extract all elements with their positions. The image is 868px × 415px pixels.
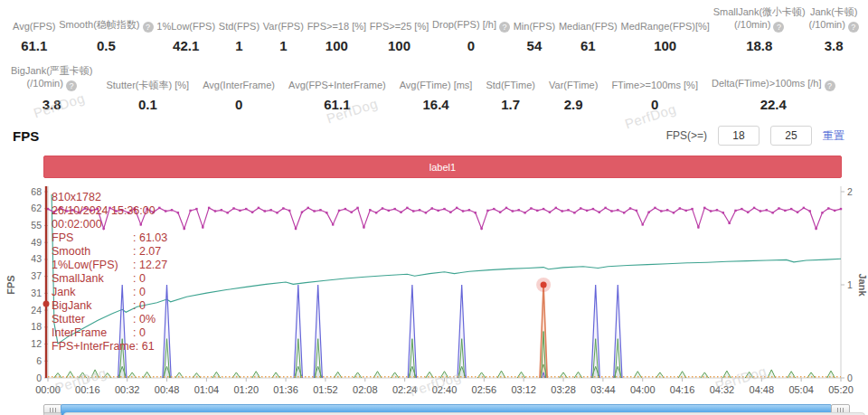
x-axis-tick-label: 04:48 [750,384,775,395]
fps-marker [728,222,730,224]
fps-marker [827,207,829,209]
stat-value: 100 [370,38,429,53]
fps-marker [475,212,476,213]
stat-label: BigJank(严重卡顿)(/10min)? [11,64,92,91]
fps-marker [356,207,358,209]
fps-marker [722,212,724,213]
stat-item: Drop(FPS) [/h]?0 [432,5,510,53]
left-axis-tick-label: 37 [31,270,42,281]
fps-marker [747,212,749,213]
fps-chart-area: label1 061218243137434955626801200:0000:… [0,148,868,404]
fps-marker [134,207,136,209]
help-icon[interactable]: ? [848,22,859,33]
jank-spike [118,285,127,378]
stat-label: FPS>=18 [%] [307,5,366,33]
x-axis-tick-label: 00:00 [35,384,61,395]
fps-marker [326,212,327,213]
fps-marker [189,210,191,212]
jank-spike [614,285,622,378]
x-axis-tick-label: 03:12 [511,384,536,395]
x-axis-tick-label: 01:20 [233,384,259,395]
stat-label: Avg(FPS) [13,5,55,33]
fps-marker [301,212,303,213]
fps-marker [654,207,656,209]
help-icon[interactable]: ? [773,22,784,33]
fps-marker [177,212,179,213]
fps-marker [245,208,247,210]
fps-marker [363,226,364,228]
fps-marker [555,207,557,209]
stat-value: 61 [559,38,618,53]
fps-marker [152,212,154,213]
x-axis-tick-label: 05:20 [828,384,854,395]
fps-marker [524,212,525,213]
fps-marker [753,207,755,209]
stat-label: Median(FPS) [559,5,618,33]
fps-marker [115,210,117,212]
right-axis-tick-label: 0 [847,373,853,383]
fps-marker [536,210,538,212]
fps-marker [282,207,284,209]
fps-marker [586,210,588,212]
x-axis-tick-label: 04:00 [630,384,656,395]
x-axis-tick-label: 01:04 [194,384,220,395]
stat-label: 1%Low(FPS) [156,5,215,33]
fps-marker [617,209,618,211]
fps-marker [158,207,160,209]
left-axis-tick-label: 62 [31,203,42,213]
fps-marker [251,212,253,213]
help-icon[interactable]: ? [499,22,510,33]
fps-marker [382,207,383,209]
left-axis-tick-label: 68 [31,186,42,197]
fps-marker [338,210,340,212]
selected-point-dot [541,282,547,288]
stat-label: Smooth(稳帧指数)? [59,5,153,33]
fps-marker [60,207,61,209]
help-icon[interactable]: ? [66,80,77,91]
fps-marker [258,207,259,209]
fps-marker [71,209,73,211]
x-axis-tick-label: 03:44 [590,384,616,395]
fps-marker [660,210,662,212]
fps-marker [673,212,675,213]
fps-marker [642,223,644,225]
stat-value: 22.4 [712,97,835,112]
stat-item: Smooth(稳帧指数)?0.5 [59,5,153,53]
fps-marker [221,209,222,211]
stat-item: FPS>=18 [%]100 [307,5,366,53]
fps-marker [449,212,451,213]
fps-marker [97,208,99,210]
x-axis-tick-label: 04:16 [670,384,695,395]
stat-value: 0 [611,97,698,112]
fps-threshold-input-1[interactable] [718,126,760,146]
x-axis-tick-label: 02:24 [392,384,418,395]
fps-marker [840,208,842,210]
stat-value: 0 [432,38,510,53]
stat-value: 3.8 [11,97,92,112]
fps-chart[interactable]: 061218243137434955626801200:0000:1600:32… [0,148,868,404]
left-axis-title: FPS [5,275,16,294]
stats-row-1: Avg(FPS)61.1Smooth(稳帧指数)?0.51%Low(FPS)42… [0,0,868,53]
help-icon[interactable]: ? [143,22,154,33]
x-axis-tick-label: 00:48 [155,384,180,395]
fps-marker [406,207,408,209]
fps-marker [78,212,80,213]
fps-marker [561,210,562,212]
right-axis-tick-label: 2 [847,186,853,197]
stat-value: 1 [219,38,259,53]
smalljank-spike [440,372,448,378]
fps-threshold-input-2[interactable] [770,126,812,146]
stat-item: Delta(FTime)>100ms [/h]?22.4 [712,64,835,112]
stat-item: 1%Low(FPS)42.1 [156,5,215,53]
fps-marker [307,207,309,209]
stat-label: Delta(FTime)>100ms [/h]? [712,64,835,91]
stat-label: Avg(FPS+InterFrame) [288,64,386,91]
smalljank-spike [54,373,62,379]
fps-marker [734,210,736,212]
fps-marker [332,223,334,225]
help-icon[interactable]: ? [825,80,835,91]
x-axis-tick-label: 00:32 [115,384,140,395]
left-axis-tick-label: 43 [31,253,42,264]
smalljank-spike [574,372,582,378]
reset-link[interactable]: 重置 [823,128,844,144]
